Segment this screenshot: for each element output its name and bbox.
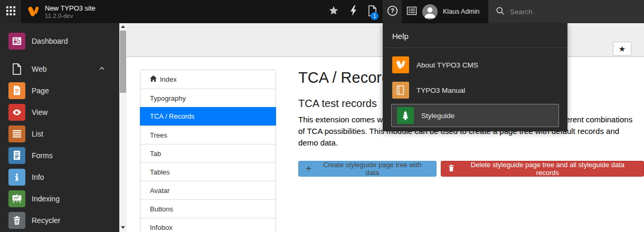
sidebar-item-label: List xyxy=(32,130,43,138)
menu-item-label: Infobox xyxy=(150,224,173,231)
menu-item-label: Trees xyxy=(150,131,167,139)
menu-item-avatar[interactable]: Avatar xyxy=(140,181,276,199)
site-name: New TYPO3 site 11.2.0-dev xyxy=(45,5,96,20)
help-dropdown-menu: Help About TYPO3 CMS TYPO3 Manual Styleg… xyxy=(383,23,567,131)
help-item-styleguide[interactable]: Styleguide xyxy=(391,104,559,127)
bookmarks-button[interactable] xyxy=(325,0,342,23)
dashboard-icon xyxy=(8,33,25,50)
help-item-label: TYPO3 Manual xyxy=(416,86,465,94)
styleguide-menu-card: Index Typography TCA / Records Trees Tab… xyxy=(140,70,276,232)
tree-icon xyxy=(397,107,414,124)
home-icon xyxy=(150,75,157,83)
typo3-logo-icon xyxy=(392,56,409,73)
menu-item-label: Avatar xyxy=(150,187,169,195)
opened-documents-button[interactable]: 1 xyxy=(363,0,381,23)
delete-styleguide-button[interactable]: Delete styleguide page tree and all styl… xyxy=(441,161,644,177)
star-icon xyxy=(328,5,339,18)
sidebar-item-label: Dashboard xyxy=(32,37,68,45)
sidebar-item-recycler[interactable]: Recycler xyxy=(0,209,119,231)
menu-item-label: Tab xyxy=(150,150,161,158)
menu-item-typography[interactable]: Typography xyxy=(140,89,276,107)
site-version: 11.2.0-dev xyxy=(45,12,96,20)
topbar: New TYPO3 site 11.2.0-dev 1 ? Klaus Admi… xyxy=(0,0,644,23)
search-icon xyxy=(496,6,505,17)
help-dropdown-list: About TYPO3 CMS TYPO3 Manual Styleguide xyxy=(383,48,567,127)
sidebar-item-label: Indexing xyxy=(32,195,60,203)
system-info-icon xyxy=(406,6,417,17)
add-shortcut-button[interactable]: ★ xyxy=(613,42,631,56)
topbar-search xyxy=(488,0,644,23)
sidebar-scrollbar xyxy=(119,23,127,232)
page-outline-icon xyxy=(8,61,25,78)
menu-item-label: Index xyxy=(160,75,177,83)
help-item-about-typo3[interactable]: About TYPO3 CMS xyxy=(383,52,567,78)
action-buttons: Create styleguide page tree with data De… xyxy=(298,161,644,177)
scrollbar-thumb[interactable] xyxy=(120,31,126,93)
scroll-up-arrow[interactable] xyxy=(121,25,125,28)
create-styleguide-button[interactable]: Create styleguide page tree with data xyxy=(298,161,437,177)
delete-button-label: Delete styleguide page tree and all styl… xyxy=(459,161,637,177)
sidebar-section-web[interactable]: Web xyxy=(0,58,119,80)
page-icon xyxy=(8,82,25,99)
sidebar-item-label: Forms xyxy=(32,151,53,160)
chart-board-icon xyxy=(8,190,25,207)
help-item-typo3-manual[interactable]: TYPO3 Manual xyxy=(383,78,567,103)
sidebar-item-label: View xyxy=(32,108,48,117)
sidebar-section-label: Web xyxy=(32,65,47,73)
help-toolbar-button[interactable]: ? xyxy=(383,0,402,23)
sidebar-item-label: Info xyxy=(32,173,44,181)
sidebar-item-indexing[interactable]: Indexing xyxy=(0,188,119,209)
opened-documents-badge: 1 xyxy=(371,12,378,20)
plus-icon xyxy=(306,165,311,173)
bolt-icon xyxy=(349,5,357,18)
list-icon xyxy=(8,125,25,142)
menu-item-tca-records[interactable]: TCA / Records xyxy=(140,107,276,125)
help-item-label: Styleguide xyxy=(421,112,454,120)
scroll-down-arrow[interactable] xyxy=(121,226,125,229)
sidebar-item-label: Page xyxy=(32,86,49,95)
eye-icon xyxy=(8,104,25,121)
menu-item-infobox[interactable]: Infobox xyxy=(140,218,276,232)
user-menu-button[interactable]: Klaus Admin xyxy=(422,0,479,23)
module-menu-toggle-button[interactable] xyxy=(0,0,21,23)
avatar xyxy=(422,4,438,20)
chevron-up-icon xyxy=(98,65,106,74)
sidebar-item-dashboard[interactable]: Dashboard xyxy=(0,30,119,52)
form-icon xyxy=(8,147,25,164)
menu-item-label: Tables xyxy=(150,168,170,176)
grid-icon xyxy=(6,6,16,18)
trash-icon xyxy=(448,165,454,173)
info-icon xyxy=(8,169,25,186)
sidebar-item-forms[interactable]: Forms xyxy=(0,144,119,166)
menu-item-index[interactable]: Index xyxy=(140,70,276,89)
search-input[interactable] xyxy=(510,8,626,16)
menu-item-label: Buttons xyxy=(150,205,173,213)
menu-item-trees[interactable]: Trees xyxy=(140,125,276,144)
clear-cache-button[interactable] xyxy=(346,0,360,23)
description-line: demo data. xyxy=(298,137,632,149)
sidebar-item-list[interactable]: List xyxy=(0,123,119,144)
create-button-label: Create styleguide page tree with data xyxy=(316,161,429,177)
menu-item-label: Typography xyxy=(150,94,186,102)
system-information-button[interactable] xyxy=(402,0,421,23)
help-dropdown-title: Help xyxy=(383,23,567,47)
help-icon: ? xyxy=(387,5,398,18)
section-subtitle: TCA test records xyxy=(298,98,377,110)
typo3-logo-icon xyxy=(27,5,40,21)
menu-item-tab[interactable]: Tab xyxy=(140,144,276,162)
menu-item-tables[interactable]: Tables xyxy=(140,162,276,181)
book-icon xyxy=(392,82,409,99)
sidebar-item-view[interactable]: View xyxy=(0,101,119,123)
star-icon: ★ xyxy=(619,44,626,54)
trash-icon xyxy=(8,212,25,229)
site-title: New TYPO3 site xyxy=(45,5,96,12)
sidebar-item-label: Recycler xyxy=(32,216,60,225)
module-menu: Dashboard Web Page View List Forms xyxy=(0,23,119,232)
help-item-label: About TYPO3 CMS xyxy=(416,61,478,69)
sidebar-item-page[interactable]: Page xyxy=(0,80,119,101)
svg-text:?: ? xyxy=(391,7,394,14)
menu-item-label: TCA / Records xyxy=(150,112,195,120)
username-label: Klaus Admin xyxy=(443,8,479,15)
menu-item-buttons[interactable]: Buttons xyxy=(140,199,276,218)
sidebar-item-info[interactable]: Info xyxy=(0,166,119,188)
